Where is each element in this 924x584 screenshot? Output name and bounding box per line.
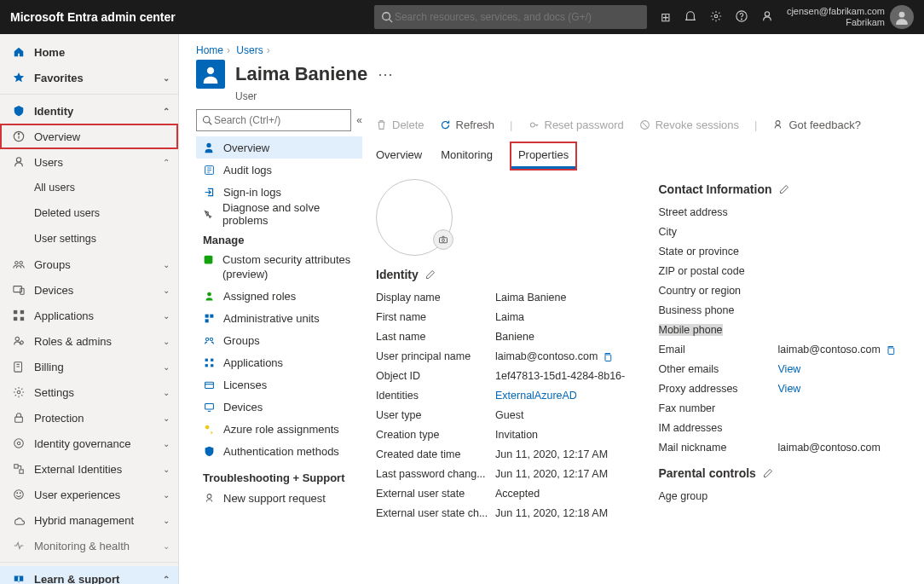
sidebar-item-home[interactable]: Home	[0, 39, 178, 65]
feedback-button[interactable]: Got feedback?	[772, 119, 861, 131]
copilot-icon[interactable]: ⊞	[661, 10, 671, 24]
sidebar-item-settings[interactable]: Settings⌄	[0, 379, 178, 405]
copy-upn-icon[interactable]	[603, 352, 613, 362]
svg-rect-45	[205, 320, 208, 323]
global-search-input[interactable]	[393, 10, 640, 24]
sidebar-item-roles-admins[interactable]: Roles & admins⌄	[0, 328, 178, 354]
feedback-icon[interactable]	[761, 10, 773, 24]
chevron-down-icon: ⌄	[163, 73, 170, 83]
sidebar-item-learn-support[interactable]: Learn & support ⌃	[0, 566, 178, 584]
resource-item-signin-logs[interactable]: Sign-in logs	[196, 181, 362, 203]
more-icon[interactable]: ⋯	[378, 65, 393, 84]
sidebar-item-identity[interactable]: Identity ⌃	[0, 98, 178, 124]
svg-point-12	[20, 262, 23, 265]
sidebar-item-favorites[interactable]: Favorites ⌄	[0, 65, 178, 90]
settings-icon[interactable]	[710, 10, 722, 24]
section-identity: Identity	[376, 268, 625, 281]
resource-item-devices[interactable]: Devices	[196, 396, 362, 419]
admin-units-icon	[203, 313, 215, 325]
sidebar-item-external-identities[interactable]: External Identities⌄	[0, 456, 178, 482]
account-info[interactable]: cjensen@fabrikam.com Fabrikam	[787, 6, 885, 28]
svg-rect-15	[14, 310, 17, 314]
external-icon	[12, 463, 26, 475]
svg-rect-54	[205, 404, 213, 410]
tab-bar: Overview Monitoring Properties	[376, 143, 907, 169]
edit-parental-icon[interactable]	[763, 468, 773, 478]
link-other-emails[interactable]: View	[778, 360, 908, 379]
delete-button[interactable]: Delete	[376, 119, 424, 131]
chevron-up-icon: ⌃	[163, 575, 170, 584]
notifications-icon[interactable]	[684, 10, 696, 24]
value-created: Jun 11, 2020, 12:17 AM	[495, 445, 625, 465]
sidebar-item-hybrid[interactable]: Hybrid management⌄	[0, 507, 178, 533]
camera-icon[interactable]	[433, 229, 453, 250]
gear-icon	[12, 386, 26, 398]
global-search[interactable]	[374, 5, 647, 29]
help-icon[interactable]	[736, 10, 748, 24]
sidebar-item-applications[interactable]: Applications⌄	[0, 303, 178, 328]
resource-item-diagnose[interactable]: Diagnose and solve problems	[196, 203, 362, 225]
resource-item-applications[interactable]: Applications	[196, 352, 362, 374]
top-bar: Microsoft Entra admin center ⊞ cjensen@f…	[0, 0, 924, 34]
label-mobile-phone: Mobile phone	[659, 321, 778, 340]
sidebar-item-all-users[interactable]: All users	[0, 175, 178, 200]
sidebar-item-devices[interactable]: Devices⌄	[0, 277, 178, 303]
resource-search-input[interactable]	[212, 113, 345, 127]
reset-password-button[interactable]: Reset password	[528, 119, 624, 131]
resource-item-audit-logs[interactable]: Audit logs	[196, 159, 362, 181]
sidebar-item-overview[interactable]: Overview	[0, 124, 178, 149]
resource-item-admin-units[interactable]: Administrative units	[196, 308, 362, 330]
breadcrumb-home[interactable]: Home	[196, 44, 223, 56]
resource-item-groups[interactable]: Groups	[196, 330, 362, 352]
page-title: Laima Baniene	[235, 63, 367, 85]
value-lastpwd: Jun 11, 2020, 12:17 AM	[495, 465, 625, 484]
sidebar-item-groups[interactable]: Groups⌄	[0, 252, 178, 277]
revoke-sessions-button[interactable]: Revoke sessions	[639, 119, 739, 131]
avatar[interactable]	[890, 5, 914, 29]
svg-rect-64	[605, 355, 611, 361]
svg-point-58	[530, 123, 534, 127]
lock-icon	[12, 412, 26, 424]
resource-search[interactable]	[196, 109, 351, 131]
svg-point-2	[714, 14, 718, 18]
copy-email-icon[interactable]	[886, 345, 896, 356]
value-identities[interactable]: ExternalAzureAD	[495, 386, 625, 406]
sidebar-item-monitoring[interactable]: Monitoring & health⌄	[0, 533, 178, 558]
groups-icon	[12, 258, 26, 270]
resource-item-custom-sec[interactable]: Custom security attributes (preview)	[196, 250, 362, 286]
svg-rect-44	[210, 315, 213, 318]
edit-contact-icon[interactable]	[779, 184, 789, 194]
sidebar-item-user-settings[interactable]: User settings	[0, 226, 178, 252]
value-ext-state-ch: Jun 11, 2020, 12:18 AM	[495, 504, 625, 523]
resource-item-new-support[interactable]: New support request	[196, 488, 362, 510]
value-last-name: Baniene	[495, 327, 625, 347]
link-proxy-addresses[interactable]: View	[778, 379, 908, 399]
info-icon	[12, 130, 26, 142]
sidebar-item-users[interactable]: Users ⌃	[0, 149, 178, 175]
breadcrumb-users[interactable]: Users	[236, 44, 263, 56]
chevron-down-icon: ⌄	[163, 413, 170, 423]
tab-properties[interactable]: Properties	[511, 143, 575, 169]
audit-icon	[203, 164, 215, 176]
sidebar-item-deleted-users[interactable]: Deleted users	[0, 200, 178, 226]
apps-icon	[12, 309, 26, 321]
devices-icon	[203, 402, 215, 413]
resource-item-overview[interactable]: Overview	[196, 136, 362, 159]
edit-identity-icon[interactable]	[425, 269, 436, 280]
profile-photo[interactable]	[376, 179, 453, 256]
tab-overview[interactable]: Overview	[376, 143, 422, 169]
sidebar-item-billing[interactable]: Billing⌄	[0, 354, 178, 379]
sidebar-item-user-experiences[interactable]: User experiences⌄	[0, 482, 178, 507]
resource-item-assigned-roles[interactable]: Assigned roles	[196, 286, 362, 308]
value-mail-nickname: laimab@contoso.com	[778, 438, 908, 458]
collapse-icon[interactable]: «	[356, 114, 362, 126]
resource-item-licenses[interactable]: Licenses	[196, 374, 362, 396]
sidebar-item-protection[interactable]: Protection⌄	[0, 405, 178, 431]
resource-item-azure-roles[interactable]: Azure role assignments	[196, 419, 362, 441]
svg-point-30	[14, 490, 24, 500]
resource-item-auth-methods[interactable]: Authentication methods	[196, 441, 362, 463]
tab-monitoring[interactable]: Monitoring	[441, 143, 493, 169]
refresh-button[interactable]: Refresh	[440, 119, 495, 131]
sidebar-item-identity-governance[interactable]: Identity governance⌄	[0, 431, 178, 456]
chevron-down-icon: ⌄	[163, 388, 170, 397]
